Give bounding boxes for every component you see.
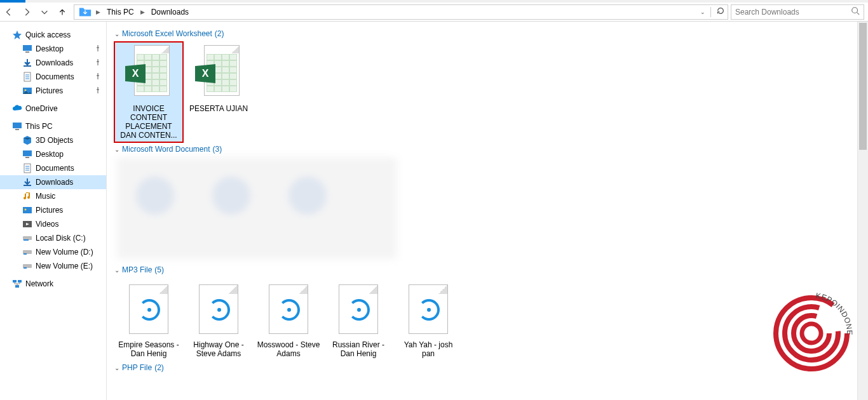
sidebar-item-local-disk-c[interactable]: Local Disk (C:): [0, 231, 106, 245]
sidebar-item-pictures[interactable]: Pictures: [0, 203, 106, 217]
downloads-folder-icon: [78, 5, 92, 19]
sidebar-item-documents[interactable]: Documents: [0, 161, 106, 175]
mp3-file-icon: [124, 281, 173, 338]
desktop-icon: [22, 43, 33, 55]
mp3-file-icon: [194, 281, 243, 338]
sidebar-item-desktop[interactable]: Desktop: [0, 42, 106, 56]
sidebar-item-desktop[interactable]: Desktop: [0, 147, 106, 161]
file-label: PESERTA UJIAN: [189, 104, 248, 113]
search-placeholder: Search Downloads: [735, 8, 799, 17]
svg-rect-2: [25, 51, 29, 53]
disk-icon: [22, 260, 33, 272]
chevron-down-icon: ⌄: [114, 146, 119, 153]
disk-icon: [22, 246, 33, 258]
breadcrumb-separator-icon: ▶: [96, 9, 100, 15]
svg-rect-7: [13, 123, 22, 128]
pin-icon: [95, 44, 101, 53]
file-label: Yah Yah - josh pan: [397, 340, 460, 358]
svg-rect-21: [24, 267, 27, 269]
svg-rect-17: [24, 239, 29, 241]
sidebar-item-3d-objects[interactable]: 3D Objects: [0, 133, 106, 147]
word-files-blurred: [117, 157, 397, 259]
file-label: Mosswood - Steve Adams: [257, 340, 320, 358]
svg-rect-24: [15, 285, 19, 288]
downloads-icon: [22, 177, 33, 188]
search-icon: [851, 6, 860, 17]
pictures-icon: [22, 85, 33, 97]
svg-rect-12: [24, 185, 31, 186]
excel-file-icon: X: [124, 44, 173, 102]
music-icon: [22, 190, 33, 202]
sidebar-item-new-volume-e[interactable]: New Volume (E:): [0, 259, 106, 273]
sidebar-item-pictures[interactable]: Pictures: [0, 84, 106, 98]
desktop-icon: [22, 149, 33, 160]
sidebar-item-documents[interactable]: Documents: [0, 70, 106, 84]
file-item-mp3[interactable]: Russian River - Dan Henig: [324, 278, 393, 361]
sidebar-network[interactable]: Network: [0, 277, 106, 291]
breadcrumb-segment-downloads[interactable]: Downloads: [149, 6, 191, 18]
this-pc-icon: [11, 121, 23, 132]
file-item-mp3[interactable]: Empire Seasons - Dan Henig: [114, 278, 183, 361]
file-label: Russian River - Dan Henig: [327, 340, 390, 358]
breadcrumb[interactable]: ▶ This PC ▶ Downloads ⌄: [74, 4, 728, 20]
sidebar-quick-access[interactable]: Quick access: [0, 28, 106, 42]
group-header-word[interactable]: ⌄ Microsoft Word Document (3): [114, 145, 868, 154]
file-item-invoice[interactable]: X INVOICE CONTENT PLACEMENT DAN CONTEN..…: [114, 42, 183, 142]
file-label: INVOICE CONTENT PLACEMENT DAN CONTEN...: [117, 104, 180, 140]
refresh-button[interactable]: [716, 6, 725, 17]
svg-point-0: [852, 8, 858, 13]
recent-dropdown[interactable]: [36, 3, 53, 21]
chevron-down-icon: ⌄: [114, 267, 119, 274]
mp3-file-icon: [264, 281, 313, 338]
svg-rect-22: [13, 280, 17, 283]
svg-rect-1: [23, 45, 32, 51]
vertical-scrollbar[interactable]: [857, 22, 868, 400]
file-item-mp3[interactable]: Mosswood - Steve Adams: [254, 278, 323, 361]
svg-point-14: [25, 209, 27, 211]
documents-icon: [22, 163, 33, 174]
svg-rect-10: [25, 157, 29, 158]
address-bar: ▶ This PC ▶ Downloads ⌄ Search Downloads: [0, 3, 868, 22]
back-button[interactable]: [0, 3, 18, 21]
svg-rect-23: [18, 280, 22, 283]
group-header-excel[interactable]: ⌄ Microsoft Excel Worksheet (2): [114, 29, 868, 38]
pictures-icon: [22, 204, 33, 216]
mp3-file-icon: [334, 281, 383, 338]
sidebar-item-music[interactable]: Music: [0, 189, 106, 203]
sidebar-item-downloads[interactable]: Downloads: [0, 175, 106, 189]
file-item-peserta-ujian[interactable]: X PESERTA UJIAN: [184, 42, 253, 142]
file-label: Highway One - Steve Adams: [187, 340, 250, 358]
file-label: Empire Seasons - Dan Henig: [117, 340, 180, 358]
svg-rect-19: [24, 253, 27, 255]
mp3-file-icon: [403, 281, 453, 338]
downloads-icon: [22, 57, 33, 69]
breadcrumb-separator-icon: ▶: [140, 9, 145, 15]
path-dropdown-icon[interactable]: ⌄: [700, 9, 705, 15]
group-header-mp3[interactable]: ⌄ MP3 File (5): [114, 265, 868, 274]
file-item-mp3[interactable]: Highway One - Steve Adams: [184, 278, 253, 361]
sidebar-item-new-volume-d[interactable]: New Volume (D:): [0, 245, 106, 259]
pin-icon: [95, 58, 101, 67]
svg-rect-3: [24, 65, 31, 67]
pin-icon: [95, 86, 101, 95]
sidebar-item-videos[interactable]: Videos: [0, 217, 106, 231]
svg-rect-9: [23, 150, 32, 156]
sidebar-onedrive[interactable]: OneDrive: [0, 102, 106, 116]
group-header-php[interactable]: ⌄ PHP File (2): [114, 363, 868, 372]
forward-button[interactable]: [18, 3, 36, 21]
file-content-pane: ⌄ Microsoft Excel Worksheet (2) X INVOIC…: [107, 22, 868, 400]
videos-icon: [22, 218, 33, 230]
file-item-mp3[interactable]: Yah Yah - josh pan: [394, 278, 463, 361]
search-input[interactable]: Search Downloads: [731, 4, 864, 20]
breadcrumb-segment-thispc[interactable]: This PC: [104, 6, 137, 18]
disk-icon: [22, 232, 33, 244]
chevron-down-icon: ⌄: [114, 30, 119, 37]
sidebar-this-pc[interactable]: This PC: [0, 119, 106, 133]
svg-rect-13: [23, 207, 32, 213]
chevron-down-icon: ⌄: [114, 364, 119, 371]
sidebar-item-downloads[interactable]: Downloads: [0, 56, 106, 70]
onedrive-icon: [11, 103, 23, 114]
network-icon: [11, 278, 23, 290]
up-button[interactable]: [53, 3, 71, 21]
svg-rect-8: [15, 129, 19, 130]
